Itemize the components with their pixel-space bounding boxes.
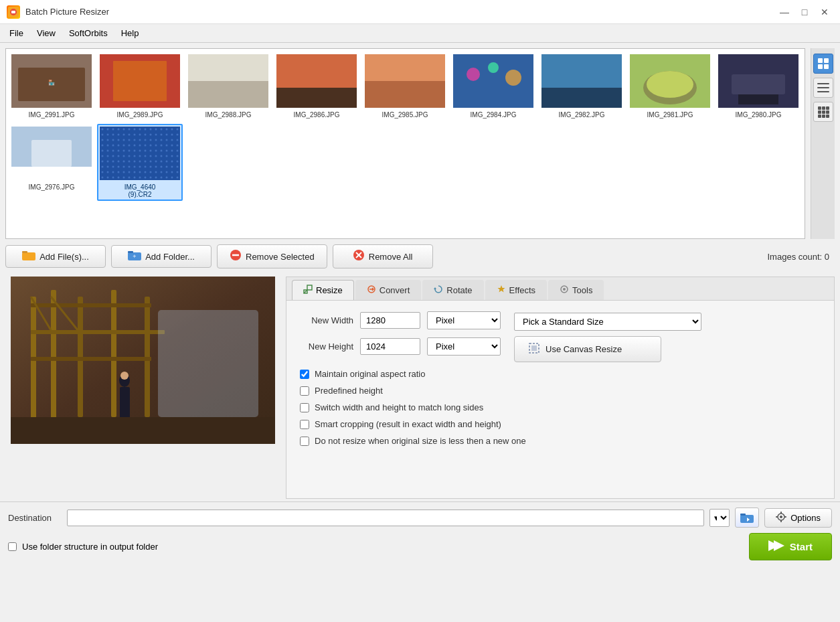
thumb-label: IMG_2981.JPG	[647, 111, 693, 119]
width-unit-select[interactable]: Pixel Percent	[427, 311, 501, 329]
thumbnail-view-button[interactable]	[813, 54, 833, 74]
settings-box: Resize Convert	[286, 277, 835, 499]
gallery-item[interactable]: IMG_2988.JPG	[185, 52, 271, 121]
list-view-button[interactable]	[813, 78, 833, 98]
gallery-item[interactable]: IMG_2984.JPG	[450, 52, 536, 121]
tab-resize[interactable]: Resize	[292, 280, 354, 300]
checkbox-switch-dimensions: Switch width and height to match long si…	[300, 402, 821, 412]
destination-dropdown[interactable]: ▾	[709, 509, 730, 527]
remove-selected-button[interactable]: Remove Selected	[217, 244, 327, 268]
gallery-item[interactable]: IMG_2985.JPG	[362, 52, 448, 121]
svg-rect-43	[822, 110, 825, 114]
browse-folder-button[interactable]	[735, 508, 759, 528]
preview-column	[0, 274, 286, 501]
tab-effects[interactable]: Effects	[485, 280, 548, 300]
right-sidebar	[811, 48, 835, 239]
height-input[interactable]	[360, 338, 420, 355]
svg-rect-66	[31, 357, 151, 361]
svg-rect-82	[531, 345, 537, 351]
window-controls: — □ ✕	[776, 3, 833, 21]
thumb-label: IMG_2985.JPG	[382, 111, 428, 119]
canvas-resize-button[interactable]: Use Canvas Resize	[514, 336, 661, 362]
gallery-item[interactable]: IMG_2986.JPG	[274, 52, 359, 121]
svg-rect-38	[817, 91, 829, 92]
toolbar: Add File(s)... + Add Folder... Remove Se…	[0, 239, 840, 274]
checkbox-smart-crop: Smart cropping (result in exact width an…	[300, 419, 821, 429]
width-input[interactable]	[360, 312, 420, 329]
thumb-image	[718, 54, 799, 110]
gallery-item[interactable]: IMG_2976.JPG	[9, 124, 94, 201]
gear-icon	[776, 512, 786, 524]
menu-help[interactable]: Help	[114, 26, 146, 40]
options-label: Options	[790, 513, 821, 523]
svg-rect-33	[824, 58, 829, 63]
add-files-button[interactable]: Add File(s)...	[5, 245, 106, 268]
svg-rect-25	[738, 94, 778, 104]
grid-view-button[interactable]	[813, 102, 833, 122]
close-button[interactable]: ✕	[816, 3, 833, 21]
standard-size-select[interactable]: Pick a Standard Size 640×480 800×600 102…	[514, 313, 701, 331]
gallery-item[interactable]: IMG_2982.JPG	[539, 52, 624, 121]
folder-structure-label: Use folder structure in output folder	[22, 542, 158, 552]
destination-input[interactable]	[67, 510, 704, 526]
aspect-ratio-checkbox[interactable]	[300, 370, 309, 379]
gallery-item[interactable]: IMG_2981.JPG	[627, 52, 713, 121]
svg-rect-34	[818, 64, 823, 69]
menu-file[interactable]: File	[3, 26, 30, 40]
add-files-icon	[22, 250, 35, 263]
gallery-item[interactable]: IMG_2980.JPG	[716, 52, 801, 121]
svg-point-71	[120, 372, 129, 380]
tab-convert[interactable]: Convert	[355, 280, 422, 300]
svg-rect-9	[188, 81, 268, 108]
gallery-item[interactable]: 🏪IMG_2991.JPG	[9, 52, 94, 121]
svg-rect-72	[11, 417, 275, 444]
add-folder-button[interactable]: + Add Folder...	[111, 245, 212, 268]
menu-view[interactable]: View	[30, 26, 62, 40]
thumb-image	[630, 54, 710, 110]
lower-section: Resize Convert	[0, 274, 840, 501]
options-button[interactable]: Options	[764, 508, 832, 528]
svg-point-15	[467, 68, 480, 81]
thumb-label: IMG_2988.JPG	[205, 111, 252, 119]
destination-row: Destination ▾	[8, 508, 832, 528]
folder-structure-checkbox[interactable]	[8, 542, 17, 551]
thumb-image: 🏪	[11, 54, 92, 110]
maximize-button[interactable]: □	[796, 3, 813, 21]
switch-dimensions-checkbox[interactable]	[300, 403, 309, 412]
svg-rect-35	[824, 64, 829, 69]
no-resize-label: Do not resize when original size is less…	[315, 436, 526, 446]
tools-tab-label: Tools	[572, 285, 592, 295]
svg-text:+: +	[133, 253, 137, 260]
thumb-label: IMG_2976.JPG	[29, 183, 75, 191]
svg-rect-27	[11, 167, 92, 180]
height-row: New Height Pixel Percent	[300, 337, 501, 356]
svg-rect-32	[818, 58, 823, 63]
app-body: 🏪IMG_2991.JPGIMG_2989.JPGIMG_2988.JPGIMG…	[0, 43, 840, 622]
new-height-label: New Height	[300, 341, 353, 352]
app-icon	[7, 5, 20, 19]
add-folder-label: Add Folder...	[145, 252, 195, 262]
start-icon	[768, 539, 784, 554]
height-unit-select[interactable]: Pixel Percent	[427, 337, 501, 356]
tab-rotate[interactable]: Rotate	[422, 280, 483, 300]
no-resize-checkbox[interactable]	[300, 437, 309, 446]
remove-all-button[interactable]: Remove All	[333, 244, 433, 268]
tab-tools[interactable]: Tools	[548, 280, 604, 300]
remove-all-label: Remove All	[369, 252, 413, 262]
preview-image	[11, 277, 275, 444]
thumb-image	[365, 54, 445, 110]
gallery-item[interactable]: IMG_4640(9).CR2	[97, 124, 183, 201]
effects-tab-icon	[497, 285, 506, 296]
minimize-button[interactable]: —	[776, 3, 793, 21]
menu-softorbits[interactable]: SoftOrbits	[62, 26, 114, 40]
titlebar: Batch Picture Resizer — □ ✕	[0, 0, 840, 24]
rotate-tab-icon	[434, 285, 443, 296]
svg-marker-92	[774, 540, 784, 551]
remove-all-icon	[353, 249, 365, 264]
bottom-panel: Destination ▾	[0, 501, 840, 566]
start-button[interactable]: Start	[749, 533, 832, 560]
smart-crop-label: Smart cropping (result in exact width an…	[315, 419, 501, 429]
gallery-item[interactable]: IMG_2989.JPG	[97, 52, 183, 121]
smart-crop-checkbox[interactable]	[300, 420, 309, 429]
predefined-height-checkbox[interactable]	[300, 386, 309, 396]
